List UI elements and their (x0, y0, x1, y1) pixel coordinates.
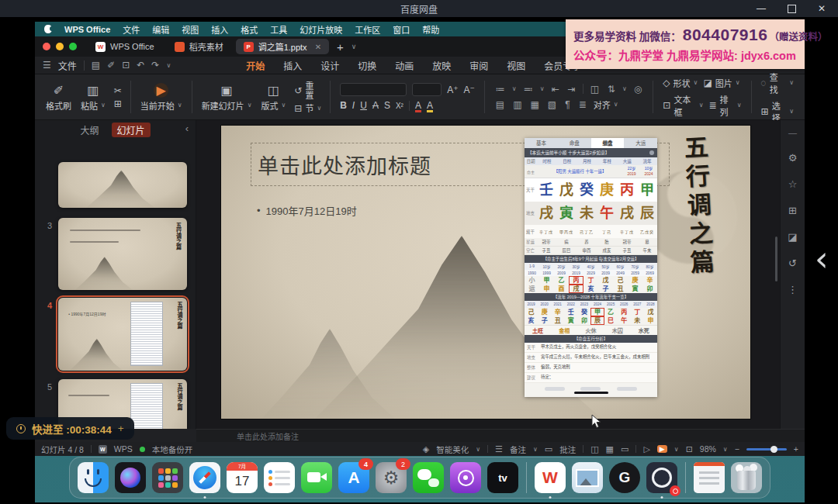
reset-button[interactable]: ↺重置 (294, 81, 321, 100)
notes-toggle[interactable]: 备注 (510, 444, 526, 455)
panel-collapse-icon[interactable]: ‹ (185, 123, 189, 134)
slide-thumbnail-4-selected[interactable]: • 1990年7月12日19时 五行调之篇 (58, 298, 187, 371)
save-icon[interactable]: ▤ (92, 60, 100, 71)
dock-wechat[interactable] (413, 462, 444, 493)
canvas-scrollbar[interactable] (775, 236, 777, 281)
dock-podcasts[interactable] (450, 462, 481, 493)
quickbar-chevron-icon[interactable]: ∨ (166, 62, 171, 69)
paragraph-mark-icon[interactable]: ¶ (563, 99, 571, 110)
zoom-out-button[interactable]: − (735, 444, 739, 454)
arrange-button[interactable]: ≣排列∨ (709, 93, 742, 118)
justify-icon[interactable]: ▧ (546, 99, 558, 110)
decrease-font-icon[interactable]: A⁻ (464, 85, 475, 95)
file-menu-button[interactable]: 文件 (58, 59, 77, 72)
section-button[interactable]: ⊟节∨ (294, 104, 321, 113)
tab-document-active[interactable]: P 调之篇1.pptx ✕ (236, 39, 329, 54)
sorter-view-icon[interactable]: ▦ (606, 444, 614, 454)
ribbon-tab[interactable]: 切换 (348, 57, 386, 74)
dock-obs[interactable] (646, 462, 677, 493)
macos-menu-item[interactable]: 窗口 (393, 23, 410, 36)
comments-toggle[interactable]: 批注 (559, 444, 576, 455)
macos-menu-item[interactable]: 视图 (182, 23, 199, 36)
text-direction-icon[interactable]: ◎ (632, 84, 643, 95)
image-tools-icon[interactable]: ◪ (788, 231, 797, 243)
minimize-traffic-icon[interactable] (56, 43, 64, 50)
layout-button[interactable]: ◫ 版式∨ (256, 83, 290, 112)
zoom-slider-knob[interactable] (770, 446, 777, 453)
undo-icon[interactable]: ↶ (137, 60, 144, 71)
player-prev-chevron-icon[interactable]: ‹ (815, 242, 829, 276)
format-painter-button[interactable]: ✐ 格式刷 (41, 83, 76, 112)
history-icon[interactable]: ↺ (788, 257, 797, 269)
slide-thumbnail-3[interactable]: 五行调之篇 (58, 218, 187, 290)
dock-ghub[interactable]: G (609, 462, 640, 493)
textbox-button[interactable]: ⊡文本框∨ (663, 93, 703, 118)
font-size-input[interactable] (412, 83, 442, 96)
shapes-button[interactable]: ◇形状∨ (663, 77, 698, 89)
increase-font-icon[interactable]: A⁺ (447, 85, 458, 95)
zoom-level[interactable]: 98% (700, 444, 716, 454)
macos-app-menu[interactable]: WPS Office (64, 25, 110, 34)
macos-menu-item[interactable]: 幻灯片放映 (300, 23, 342, 36)
tab-list-chevron-icon[interactable]: ∨ (351, 43, 357, 50)
redo-icon[interactable]: ↷ (151, 60, 159, 71)
tab-slides[interactable]: 幻灯片 (112, 123, 151, 137)
ribbon-tab[interactable]: 插入 (274, 57, 311, 74)
cut-icon[interactable]: ✂ (114, 86, 122, 95)
print-icon[interactable]: ⊡ (122, 60, 130, 71)
zoom-traffic-icon[interactable] (69, 43, 77, 50)
ribbon-tab[interactable]: 开始 (237, 57, 274, 74)
tab-docer[interactable]: 稻壳素材 (167, 39, 231, 54)
align-menu-button[interactable]: 对齐∨ (594, 98, 618, 111)
tab-close-icon[interactable]: ✕ (315, 43, 321, 51)
find-button[interactable]: ◌查找∨ (761, 71, 794, 95)
macos-menu-item[interactable]: 文件 (123, 23, 140, 36)
macos-menu-item[interactable]: 格式 (241, 23, 258, 36)
chevron-down-icon[interactable]: ∨ (533, 446, 538, 453)
tab-outline[interactable]: 大纲 (80, 123, 99, 136)
distribute-icon[interactable]: ≣ (577, 99, 588, 110)
more-tools-icon[interactable]: ⋮ (788, 284, 798, 295)
chevron-down-icon[interactable]: ∨ (476, 446, 480, 453)
dock-preview[interactable] (572, 462, 603, 493)
dock-facetime[interactable] (301, 462, 332, 493)
dock-calendar[interactable]: 7月17 (227, 462, 258, 493)
macos-menu-item[interactable]: 编辑 (152, 23, 169, 36)
fit-slide-icon[interactable]: ⊡ (686, 444, 693, 454)
underline-button[interactable]: U (360, 100, 367, 111)
zoom-in-button[interactable]: + (794, 444, 798, 454)
shadow-button[interactable]: S (384, 100, 390, 111)
bazi-chart[interactable]: 基本命盘细盘大运 【本造大运前半小顺 十步大运第2步如意】 日期时柱日柱月柱年柱… (525, 138, 657, 397)
align-right-icon[interactable]: ▦ (528, 99, 540, 110)
dock-launchpad[interactable] (152, 462, 183, 493)
dock-apple-tv[interactable]: tv (487, 462, 518, 493)
dock-trash[interactable] (731, 462, 762, 493)
ribbon-tab[interactable]: 审阅 (460, 57, 497, 74)
favorites-star-icon[interactable]: ☆ (788, 178, 798, 190)
dock-settings[interactable]: ⚙2 (376, 462, 407, 493)
numbering-icon[interactable]: ≕ (522, 84, 535, 95)
edit-icon[interactable]: ✐ (107, 60, 115, 71)
chevron-down-icon[interactable]: ∨ (674, 446, 679, 453)
italic-button[interactable]: I (352, 100, 355, 111)
macos-menu-item[interactable]: 帮助 (422, 23, 439, 36)
macos-menu-item[interactable]: 工具 (270, 23, 287, 36)
dock-reminders[interactable] (264, 462, 295, 493)
bullets-icon[interactable]: ≔ (494, 84, 507, 95)
bold-button[interactable]: B (340, 100, 347, 111)
close-traffic-icon[interactable] (43, 43, 50, 50)
properties-icon[interactable]: ⚙ (788, 152, 798, 164)
ribbon-tab[interactable]: 放映 (423, 57, 460, 74)
close-button[interactable]: ✕ (818, 3, 826, 14)
ribbon-tab[interactable]: 设计 (311, 57, 348, 74)
font-color-button[interactable]: A (415, 100, 421, 111)
dock-siri[interactable] (115, 462, 146, 493)
play-outline-icon[interactable]: ▷ (643, 444, 649, 454)
chevron-down-icon[interactable]: ∨ (723, 446, 728, 453)
strikethrough-button[interactable]: A (372, 100, 379, 111)
paste-button[interactable]: ▥ 粘贴∨ (76, 83, 110, 112)
new-slide-button[interactable]: ▣ 新建幻灯片∨ (197, 83, 257, 112)
normal-view-icon[interactable]: ◫ (590, 444, 598, 454)
minimize-button[interactable]: — (757, 3, 766, 14)
align-center-icon[interactable]: ▥ (511, 99, 523, 110)
